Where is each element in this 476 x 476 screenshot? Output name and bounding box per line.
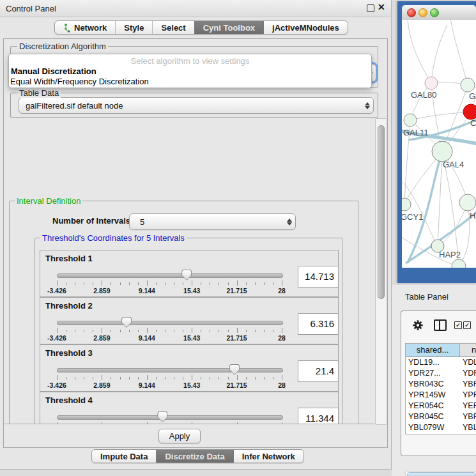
- zoom-traffic-light-icon[interactable]: [430, 8, 439, 17]
- horizontal-scrollbar[interactable]: [405, 471, 476, 476]
- stepper-arrows-icon[interactable]: [284, 219, 295, 226]
- tick-label: 9.144: [139, 287, 155, 295]
- float-window-icon[interactable]: [367, 4, 374, 12]
- tick-mark: [66, 282, 66, 285]
- table-row[interactable]: YDL19...YDL1...: [406, 357, 476, 368]
- threshold-value-field[interactable]: 11.344: [298, 408, 339, 424]
- dropdown-placeholder: Select algorithm to view settings: [9, 56, 371, 66]
- apply-button[interactable]: Apply: [158, 429, 201, 443]
- network-node[interactable]: [432, 141, 452, 162]
- tab-select[interactable]: Select: [152, 21, 194, 34]
- network-edge[interactable]: [431, 25, 447, 83]
- network-node[interactable]: [461, 78, 475, 92]
- network-node[interactable]: [404, 114, 417, 127]
- network-edge[interactable]: [410, 112, 471, 120]
- tab-impute-data[interactable]: Impute Data: [92, 450, 156, 463]
- tab-cyni-toolbox[interactable]: Cyni Toolbox: [194, 21, 263, 34]
- settings-scroll-area: Interval Definition Number of Intervals …: [4, 118, 375, 424]
- tab-label: Style: [124, 23, 144, 33]
- network-node[interactable]: [463, 104, 476, 119]
- tick-mark: [282, 375, 282, 380]
- slider-track[interactable]: [57, 273, 283, 278]
- slider-track[interactable]: [57, 321, 283, 325]
- threshold-slider[interactable]: -3.4262.8599.14415.4321.71528: [57, 363, 282, 390]
- slider-thumb[interactable]: [229, 364, 240, 375]
- network-node[interactable]: [402, 198, 411, 211]
- tick-mark: [156, 282, 157, 285]
- tick-mark: [111, 377, 111, 380]
- tick-mark: [138, 330, 139, 332]
- minimize-traffic-light-icon[interactable]: [418, 8, 427, 17]
- network-window-titlebar[interactable]: [402, 5, 476, 20]
- network-node[interactable]: [452, 259, 466, 268]
- tick-mark: [192, 422, 192, 424]
- tick-mark: [84, 330, 84, 332]
- slider-track[interactable]: [57, 415, 283, 420]
- checkbox-icon[interactable]: ✓: [463, 321, 471, 329]
- tab-style[interactable]: Style: [115, 21, 152, 34]
- table-data-combobox[interactable]: galFiltered.sif default node: [19, 97, 374, 114]
- table-row[interactable]: YDR27...YDR2...: [406, 368, 476, 379]
- close-icon[interactable]: ✕: [378, 2, 385, 12]
- threshold-slider[interactable]: -3.4262.8599.14415.4321.71528: [57, 268, 282, 295]
- node-label: HAP2: [439, 250, 461, 259]
- close-traffic-light-icon[interactable]: [407, 8, 416, 17]
- dropdown-option-manual-discretization[interactable]: Manual Discretization: [11, 66, 96, 76]
- slider-thumb[interactable]: [181, 270, 192, 280]
- tab-network[interactable]: Network: [55, 21, 115, 34]
- threshold-value-field[interactable]: 21.4: [298, 360, 339, 382]
- tab-label: Cyni Toolbox: [203, 23, 255, 33]
- network-node[interactable]: [459, 194, 476, 211]
- table-header-row: shared... n...: [406, 344, 476, 357]
- slider-track[interactable]: [57, 368, 283, 372]
- tick-label: 2.859: [93, 381, 110, 389]
- table-row[interactable]: YPR145WYPR1...: [406, 390, 476, 401]
- settings-gear-icon[interactable]: [412, 319, 424, 331]
- table-row[interactable]: YBR043CYBR0...: [406, 379, 476, 390]
- threshold-value-field[interactable]: 14.713: [298, 266, 339, 288]
- column-header-shared-name[interactable]: shared...: [406, 344, 460, 357]
- network-canvas[interactable]: GAL80GALGAL11CGAL4GCY1HAHAP2: [402, 20, 476, 268]
- network-edge[interactable]: [408, 20, 431, 83]
- tick-mark: [237, 422, 238, 424]
- table-data-group: Table Data galFiltered.sif default node: [10, 93, 378, 118]
- group-title: Table Data: [17, 88, 61, 98]
- tab-discretize-data[interactable]: Discretize Data: [156, 450, 233, 463]
- scrollbar-thumb[interactable]: [407, 472, 476, 476]
- table-row[interactable]: YLR345WYLR3...: [406, 433, 476, 434]
- table-cell: YPR145W: [406, 390, 460, 401]
- stepper-arrows-icon[interactable]: [362, 102, 373, 109]
- table-row[interactable]: YER054CYER0...: [406, 401, 476, 411]
- tick-label: 28: [278, 287, 286, 295]
- node-label: GAL11: [403, 128, 429, 137]
- tick-mark: [147, 375, 148, 380]
- node-label: GCY1: [402, 212, 423, 222]
- tick-mark: [255, 282, 256, 285]
- network-edge[interactable]: [450, 20, 468, 85]
- threshold-slider[interactable]: -3.4262.8599.14415.4321.71528: [57, 410, 282, 424]
- checkbox-icon[interactable]: ✓: [454, 321, 462, 329]
- column-layout-icon[interactable]: [434, 319, 447, 331]
- threshold-row-4: Threshold 4-3.4262.8599.14415.4321.71528…: [40, 392, 339, 424]
- tick-label: 28: [278, 381, 286, 389]
- control-panel: Control Panel ✕ NetworkStyleSelectCyni T…: [0, 0, 392, 470]
- table-cell: YLR345W: [406, 433, 460, 434]
- threshold-value-field[interactable]: 6.316: [298, 313, 339, 335]
- number-of-intervals-combobox[interactable]: 5: [129, 213, 296, 230]
- scrollbar-thumb[interactable]: [378, 125, 385, 299]
- tick-label: -3.426: [47, 334, 66, 342]
- tick-mark: [174, 377, 174, 380]
- column-header-name[interactable]: n...: [460, 344, 476, 357]
- slider-thumb[interactable]: [157, 411, 167, 422]
- tab-infer-network[interactable]: Infer Network: [233, 450, 303, 463]
- table-row[interactable]: YBL079WYBL0...: [406, 422, 476, 433]
- vertical-scrollbar[interactable]: [375, 118, 387, 425]
- slider-thumb[interactable]: [121, 317, 132, 328]
- tab-jactivemnodules[interactable]: jActiveMNodules: [263, 21, 348, 34]
- tick-mark: [228, 377, 229, 380]
- table-row[interactable]: YBR045CYBR0...: [406, 411, 476, 422]
- dropdown-option-equal-width-frequency[interactable]: Equal Width/Frequency Discretization: [10, 77, 149, 86]
- threshold-slider[interactable]: -3.4262.8599.14415.4321.71528: [57, 316, 282, 342]
- network-view-window: GAL80GALGAL11CGAL4GCY1HAHAP2: [397, 1, 476, 283]
- network-node[interactable]: [425, 77, 438, 89]
